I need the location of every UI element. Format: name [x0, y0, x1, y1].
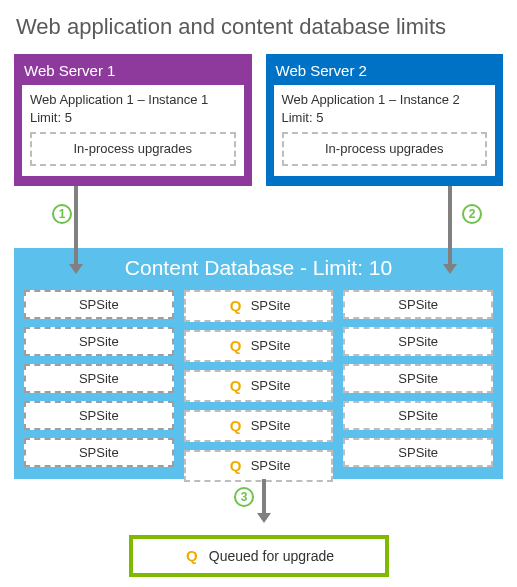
spsite-label: SPSite [398, 297, 438, 312]
web-server-2-body: Web Application 1 – Instance 2 Limit: 5 … [274, 85, 496, 176]
spsite-label: SPSite [251, 458, 291, 473]
spsite-cell: SPSite [24, 364, 174, 393]
spsite-cell: SPSite [24, 438, 174, 467]
spsite-label: SPSite [79, 334, 119, 349]
web-app-2-instance-label: Web Application 1 – Instance 2 [282, 91, 488, 109]
spsite-columns: SPSite SPSite SPSite SPSite SPSite QSPSi… [24, 290, 493, 467]
queued-icon: Q [183, 547, 201, 565]
spsite-label: SPSite [398, 445, 438, 460]
queued-icon: Q [227, 297, 245, 315]
inprocess-upgrades-box-1: In-process upgrades [30, 132, 236, 166]
queued-icon: Q [227, 377, 245, 395]
web-servers-row: Web Server 1 Web Application 1 – Instanc… [10, 54, 507, 186]
page-title: Web application and content database lim… [16, 14, 507, 40]
spsite-label: SPSite [251, 338, 291, 353]
web-app-1-instance-label: Web Application 1 – Instance 1 [30, 91, 236, 109]
spsite-cell: SPSite [24, 401, 174, 430]
step-marker-2: 2 [462, 204, 482, 224]
spsite-label: SPSite [398, 408, 438, 423]
spsite-cell-queued: QSPSite [184, 410, 334, 442]
queued-legend-box: Q Queued for upgrade [129, 535, 389, 577]
spsite-label: SPSite [79, 445, 119, 460]
web-server-1: Web Server 1 Web Application 1 – Instanc… [14, 54, 252, 186]
queued-icon: Q [227, 417, 245, 435]
spsite-label: SPSite [251, 418, 291, 433]
queued-icon: Q [227, 457, 245, 475]
queued-icon: Q [227, 337, 245, 355]
spsite-label: SPSite [398, 371, 438, 386]
spsite-cell-queued: QSPSite [184, 370, 334, 402]
step-marker-1: 1 [52, 204, 72, 224]
inprocess-upgrades-box-2: In-process upgrades [282, 132, 488, 166]
web-server-1-body: Web Application 1 – Instance 1 Limit: 5 … [22, 85, 244, 176]
spsite-cell-queued: QSPSite [184, 290, 334, 322]
step-marker-3: 3 [234, 487, 254, 507]
web-server-1-title: Web Server 1 [24, 62, 242, 79]
web-app-1-limit-label: Limit: 5 [30, 109, 236, 127]
spsite-col-mid: QSPSite QSPSite QSPSite QSPSite QSPSite [184, 290, 334, 352]
spsite-label: SPSite [79, 371, 119, 386]
spsite-label: SPSite [398, 334, 438, 349]
content-database-title: Content Database - Limit: 10 [24, 256, 493, 280]
spsite-cell-queued: QSPSite [184, 330, 334, 362]
spsite-label: SPSite [79, 408, 119, 423]
spsite-cell: SPSite [343, 438, 493, 467]
arrows-bottom-area: 3 [10, 479, 507, 535]
spsite-label: SPSite [251, 298, 291, 313]
spsite-cell: SPSite [343, 401, 493, 430]
web-server-2-title: Web Server 2 [276, 62, 494, 79]
spsite-cell: SPSite [24, 290, 174, 319]
content-database: Content Database - Limit: 10 SPSite SPSi… [14, 248, 503, 479]
spsite-cell: SPSite [343, 290, 493, 319]
spsite-col-left: SPSite SPSite SPSite SPSite SPSite [24, 290, 174, 467]
web-app-2-limit-label: Limit: 5 [282, 109, 488, 127]
arrows-top-area: 1 2 [10, 186, 507, 248]
spsite-col-right: SPSite SPSite SPSite SPSite SPSite [343, 290, 493, 467]
spsite-cell-queued: QSPSite [184, 450, 334, 482]
spsite-cell: SPSite [343, 364, 493, 393]
spsite-cell: SPSite [24, 327, 174, 356]
spsite-label: SPSite [79, 297, 119, 312]
spsite-label: SPSite [251, 378, 291, 393]
spsite-cell: SPSite [343, 327, 493, 356]
queued-legend-label: Queued for upgrade [209, 548, 334, 564]
web-server-2: Web Server 2 Web Application 1 – Instanc… [266, 54, 504, 186]
